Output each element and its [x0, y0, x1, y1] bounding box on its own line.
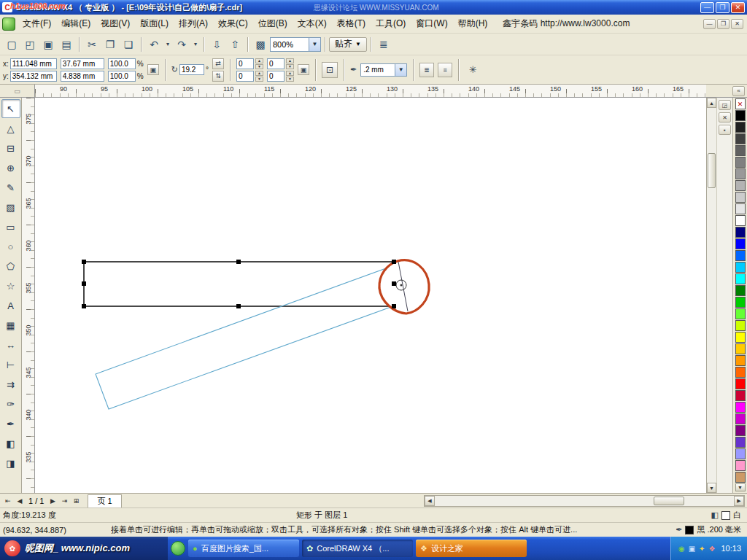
menu-item[interactable]: 效果(C) [213, 14, 253, 34]
palette-swatch[interactable] [735, 250, 746, 261]
lock-corners-icon[interactable]: ▣ [298, 64, 309, 75]
menu-item[interactable]: 视图(V) [96, 14, 135, 34]
interactive-fill-tool-icon[interactable]: ◨ [1, 454, 20, 472]
text-options-icon[interactable]: ≡ [438, 63, 452, 77]
doc-restore-button[interactable]: ❐ [717, 19, 729, 29]
blend-tool-icon[interactable]: ⇉ [1, 375, 20, 394]
docker-close-icon[interactable]: ✕ [719, 112, 731, 122]
palette-swatch[interactable] [735, 297, 746, 308]
corner-radius-br-input[interactable] [267, 71, 285, 82]
minimize-button[interactable]: — [700, 2, 714, 13]
curve-object[interactable] [379, 260, 429, 314]
undo-icon[interactable]: ↶ [145, 36, 163, 53]
collapse-dockers-icon[interactable]: « [732, 86, 745, 96]
vertical-scrollbar[interactable]: ▲ ▼ [706, 98, 716, 493]
menu-item[interactable]: 编辑(E) [56, 14, 96, 34]
menu-item[interactable]: 位图(B) [253, 14, 293, 34]
convert-to-curve-icon[interactable]: ⊡ [322, 62, 338, 78]
spinner[interactable]: ▲▼ [255, 71, 263, 82]
drawing-canvas[interactable] [35, 98, 706, 493]
palette-swatch[interactable] [735, 308, 746, 319]
docker-rollup-icon[interactable]: ◲ [719, 100, 731, 110]
scale-h-input[interactable] [108, 58, 136, 69]
close-button[interactable]: ✕ [731, 2, 745, 13]
palette-swatch[interactable] [735, 332, 746, 343]
menu-item[interactable]: 工具(O) [371, 14, 411, 34]
palette-swatch[interactable] [735, 390, 746, 401]
object-width-input[interactable] [61, 58, 104, 69]
scroll-up-icon[interactable]: ▲ [707, 98, 716, 108]
menu-item[interactable]: 文本(X) [293, 14, 332, 34]
palette-swatch[interactable] [735, 133, 746, 144]
object-height-input[interactable] [61, 71, 104, 82]
wrap-text-icon[interactable]: ≣ [419, 63, 434, 77]
ellipse-tool-icon[interactable]: ○ [1, 237, 20, 256]
palette-swatch[interactable] [735, 168, 746, 179]
smart-fill-tool-icon[interactable]: ▨ [1, 198, 20, 217]
ruler-vertical[interactable]: 375370365360355350345340335 [22, 98, 35, 493]
palette-swatch[interactable] [735, 437, 746, 448]
rotation-preview-outline[interactable] [96, 262, 415, 409]
spinner[interactable]: ▲▼ [286, 58, 294, 69]
crop-tool-icon[interactable]: ⊟ [1, 139, 20, 158]
doc-close-button[interactable]: ✕ [731, 19, 743, 29]
object-x-input[interactable] [10, 58, 57, 69]
redo-dropdown-icon[interactable]: ▾ [191, 36, 200, 53]
copy-icon[interactable]: ❐ [101, 36, 119, 53]
palette-swatch[interactable] [735, 285, 746, 296]
corner-radius-tl-input[interactable] [236, 58, 254, 69]
quick-launch-icon[interactable] [171, 541, 185, 556]
outline-width-combobox[interactable]: ▼ [360, 63, 407, 77]
palette-swatch[interactable] [735, 180, 746, 191]
redo-icon[interactable]: ↷ [173, 36, 190, 53]
tray-icon-blue[interactable]: ▣ [689, 545, 695, 553]
corner-radius-tr-input[interactable] [267, 58, 285, 69]
menu-item[interactable]: 表格(T) [332, 14, 371, 34]
basic-shapes-tool-icon[interactable]: ☆ [1, 276, 20, 295]
palette-swatch[interactable] [735, 472, 746, 483]
outline-width-input[interactable] [361, 65, 395, 75]
ruler-origin-icon[interactable]: ▭ [0, 85, 35, 98]
pick-tool-icon[interactable]: ↖ [1, 99, 20, 118]
palette-swatch[interactable] [735, 273, 746, 284]
taskbar-button[interactable]: ✿CorelDRAW X4 （... [302, 540, 413, 557]
mirror-vertical-icon[interactable]: ⇅ [212, 71, 224, 82]
spinner[interactable]: ▲▼ [286, 71, 294, 82]
eyedropper-tool-icon[interactable]: ✑ [1, 394, 20, 413]
export-icon[interactable]: ⇧ [226, 36, 244, 53]
palette-swatch[interactable] [735, 355, 746, 366]
menu-item[interactable]: 版面(L) [135, 14, 174, 34]
scroll-left-icon[interactable]: ◀ [425, 496, 435, 506]
cut-icon[interactable]: ✂ [83, 36, 101, 53]
mirror-horizontal-icon[interactable]: ⇄ [212, 58, 224, 69]
taskbar-button[interactable]: ❖设计之家 [416, 540, 527, 557]
dimension-tool-icon[interactable]: ↔ [1, 335, 20, 354]
corner-radius-bl-input[interactable] [236, 71, 254, 82]
add-page-icon[interactable]: ⊞ [70, 495, 82, 507]
palette-scroll-down-icon[interactable]: ▼ [735, 483, 746, 491]
menu-item[interactable]: 文件(F) [18, 14, 56, 34]
palette-swatch[interactable] [735, 215, 746, 226]
save-icon[interactable]: ▣ [39, 36, 57, 53]
vertical-scroll-thumb[interactable] [708, 153, 716, 188]
taskbar-button[interactable]: ●百度图片搜索_国... [188, 540, 299, 557]
snap-to-button[interactable]: 贴齐 ▼ [329, 37, 367, 52]
last-page-icon[interactable]: ⇥ [58, 495, 70, 507]
import-icon[interactable]: ⇩ [208, 36, 225, 53]
selection-handles[interactable] [82, 260, 396, 308]
tray-icon-green[interactable]: ◉ [678, 545, 685, 553]
palette-swatch[interactable] [735, 402, 746, 413]
fill-tool-icon[interactable]: ◧ [1, 434, 20, 453]
palette-swatch[interactable] [735, 413, 746, 424]
page-tab[interactable]: 页 1 [88, 494, 121, 508]
palette-swatch[interactable] [735, 145, 746, 156]
table-tool-icon[interactable]: ▦ [1, 316, 20, 335]
rotation-angle-input[interactable] [179, 64, 204, 75]
polygon-tool-icon[interactable]: ⬠ [1, 257, 20, 276]
spinner[interactable]: ▲▼ [255, 58, 263, 69]
palette-swatch[interactable] [735, 448, 746, 459]
zoom-tool-icon[interactable]: ⊕ [1, 158, 20, 177]
open-icon[interactable]: ◰ [21, 36, 39, 53]
scale-v-input[interactable] [108, 71, 136, 82]
palette-swatch[interactable] [735, 192, 746, 203]
